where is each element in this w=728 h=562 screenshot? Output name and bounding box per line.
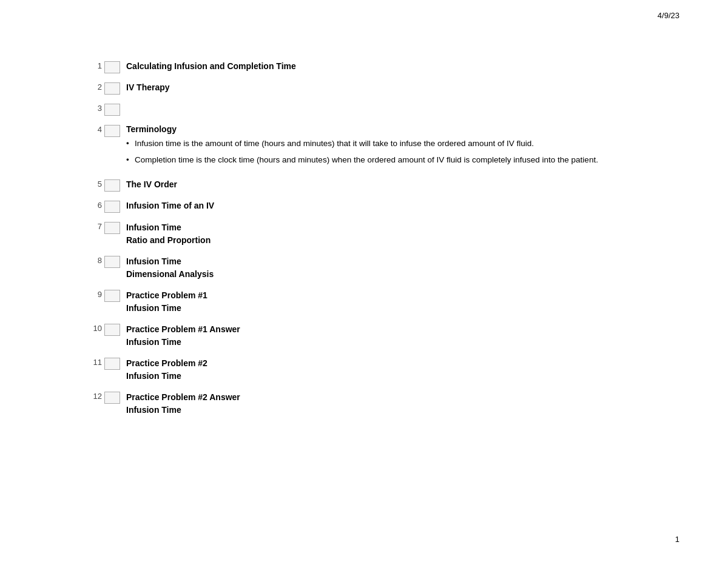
toc-thumbnail-9 xyxy=(104,290,120,302)
toc-label-12-line1: Practice Problem #2 Answer xyxy=(126,391,240,404)
toc-label-8-line1: Infusion Time xyxy=(126,255,214,268)
toc-label-1: Calculating Infusion and Completion Time xyxy=(126,61,296,73)
toc-thumbnail-8 xyxy=(104,256,120,268)
toc-number-11: 11 xyxy=(85,357,102,367)
toc-item-8: 8 Infusion Time Dimensional Analysis xyxy=(85,255,631,281)
toc-item-10: 10 Practice Problem #1 Answer Infusion T… xyxy=(85,323,631,349)
toc-item-9: 9 Practice Problem #1 Infusion Time xyxy=(85,289,631,315)
toc-number-9: 9 xyxy=(85,289,102,299)
toc-label-6: Infusion Time of an IV xyxy=(126,200,214,212)
toc-thumbnail-3 xyxy=(104,104,120,116)
toc-label-12: Practice Problem #2 Answer Infusion Time xyxy=(126,391,240,416)
toc-thumbnail-4 xyxy=(104,125,120,137)
date-header: 4/9/23 xyxy=(658,11,679,20)
toc-number-4: 4 xyxy=(85,124,102,134)
toc-thumbnail-5 xyxy=(104,179,120,192)
toc-number-3: 3 xyxy=(85,103,102,113)
toc-label-8-line2: Dimensional Analysis xyxy=(126,268,214,281)
page-number: 1 xyxy=(675,535,679,544)
toc-label-8: Infusion Time Dimensional Analysis xyxy=(126,255,214,281)
toc-label-7-line1: Infusion Time xyxy=(126,221,211,234)
toc-item-7: 7 Infusion Time Ratio and Proportion xyxy=(85,221,631,247)
toc-label-5: The IV Order xyxy=(126,179,177,191)
terminology-title: Terminology xyxy=(126,124,598,134)
toc-label-10-line2: Infusion Time xyxy=(126,336,240,349)
toc-number-7: 7 xyxy=(85,221,102,231)
toc-number-12: 12 xyxy=(85,391,102,401)
toc-label-2: IV Therapy xyxy=(126,82,170,94)
toc-thumbnail-7 xyxy=(104,222,120,234)
toc-label-10-line1: Practice Problem #1 Answer xyxy=(126,323,240,336)
toc-thumbnail-11 xyxy=(104,358,120,370)
toc-item-5: 5 The IV Order xyxy=(85,179,631,192)
toc-number-5: 5 xyxy=(85,179,102,189)
toc-number-10: 10 xyxy=(85,323,102,333)
toc-label-9: Practice Problem #1 Infusion Time xyxy=(126,289,207,315)
toc-label-7: Infusion Time Ratio and Proportion xyxy=(126,221,211,247)
toc-label-11-line1: Practice Problem #2 xyxy=(126,357,207,370)
toc-item-11: 11 Practice Problem #2 Infusion Time xyxy=(85,357,631,383)
toc-label-11: Practice Problem #2 Infusion Time xyxy=(126,357,207,383)
toc-item-2: 2 IV Therapy xyxy=(85,82,631,95)
toc-thumbnail-10 xyxy=(104,324,120,336)
toc-content: 1 Calculating Infusion and Completion Ti… xyxy=(85,61,631,416)
toc-thumbnail-12 xyxy=(104,392,120,404)
toc-item-6: 6 Infusion Time of an IV xyxy=(85,200,631,213)
terminology-content: Terminology Infusion time is the amount … xyxy=(126,124,598,170)
bullet-2: Completion time is the clock time (hours… xyxy=(126,154,598,167)
toc-item-4: 4 Terminology Infusion time is the amoun… xyxy=(85,124,631,170)
toc-label-12-line2: Infusion Time xyxy=(126,404,240,416)
bullet-1: Infusion time is the amount of time (hou… xyxy=(126,138,598,150)
toc-item-12: 12 Practice Problem #2 Answer Infusion T… xyxy=(85,391,631,416)
toc-number-8: 8 xyxy=(85,255,102,265)
toc-thumbnail-1 xyxy=(104,61,120,73)
toc-number-2: 2 xyxy=(85,82,102,92)
toc-number-1: 1 xyxy=(85,61,102,70)
toc-label-11-line2: Infusion Time xyxy=(126,370,207,383)
toc-label-7-line2: Ratio and Proportion xyxy=(126,234,211,247)
toc-item-3: 3 xyxy=(85,103,631,116)
toc-label-9-line1: Practice Problem #1 xyxy=(126,289,207,302)
toc-label-9-line2: Infusion Time xyxy=(126,302,207,315)
toc-item-1: 1 Calculating Infusion and Completion Ti… xyxy=(85,61,631,73)
toc-thumbnail-2 xyxy=(104,82,120,95)
toc-number-6: 6 xyxy=(85,200,102,210)
terminology-bullets: Infusion time is the amount of time (hou… xyxy=(126,138,598,170)
toc-label-10: Practice Problem #1 Answer Infusion Time xyxy=(126,323,240,349)
toc-thumbnail-6 xyxy=(104,201,120,213)
